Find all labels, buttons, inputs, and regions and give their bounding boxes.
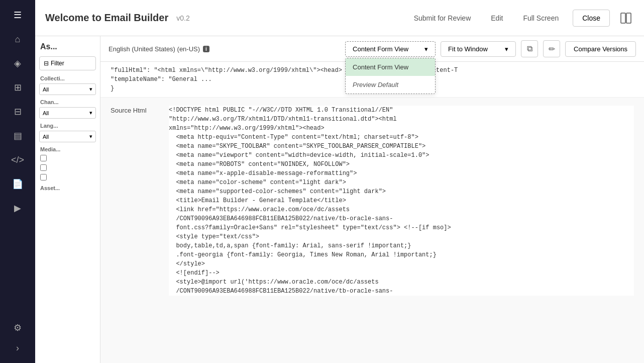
- collection-label: Collecti...: [35, 72, 100, 82]
- app-version: v0.2: [176, 14, 189, 22]
- left-panel: As... ⊟ Filter Collecti... All ▾ Chan...…: [35, 36, 100, 363]
- fullscreen-button[interactable]: Full Screen: [517, 11, 565, 25]
- code-line: <title>Email Builder - General Template<…: [169, 196, 634, 205]
- source-html-label: Source Html: [111, 106, 161, 296]
- code-line: <meta name="viewport" content="width=dev…: [169, 151, 634, 160]
- media-checkbox-2[interactable]: [35, 163, 100, 172]
- svg-rect-0: [621, 13, 625, 23]
- collection-value: All: [43, 86, 49, 93]
- close-button[interactable]: Close: [573, 10, 610, 27]
- code-icon[interactable]: </>: [8, 150, 28, 170]
- compare-versions-button[interactable]: Compare Versions: [565, 41, 636, 57]
- code-line: <meta name="color-scheme" content="light…: [169, 178, 634, 187]
- view-dropdown-menu: Content Form View Preview Default: [345, 58, 436, 94]
- right-panel: English (United States) (en-US) i Conten…: [100, 36, 644, 363]
- source-html-code: <!DOCTYPE html PUBLIC "-//W3C//DTD XHTML…: [169, 106, 634, 296]
- code-line: /CONT90096A93EBA646988FCB11EBA125B022/na…: [169, 287, 634, 296]
- filter-label: Filter: [51, 60, 64, 67]
- checkbox-input-3[interactable]: [40, 174, 47, 180]
- code-line: <link href="https://www.oracle.com/oce/d…: [169, 205, 634, 214]
- chevron-down-icon: ▾: [89, 133, 92, 140]
- edit-icon-button[interactable]: ✏: [543, 40, 560, 57]
- channel-value: All: [43, 110, 49, 116]
- code-line: xmlns="http://www.w3.org/1999/xhtml"><he…: [169, 124, 634, 133]
- menu-icon[interactable]: ☰: [8, 5, 28, 25]
- locale-text: English (United States) (en-US): [109, 45, 200, 53]
- view-dropdown-button[interactable]: Content Form View ▾: [345, 41, 436, 57]
- code-line: </style>: [169, 259, 634, 268]
- language-value: All: [43, 134, 49, 140]
- fit-window-button[interactable]: Fit to Window ▾: [441, 41, 516, 57]
- code-line: font.css?family=Oracle+Sans" rel="styles…: [169, 223, 634, 232]
- code-line: body,table,td,a,span {font-family: Arial…: [169, 241, 634, 250]
- pencil-icon: ✏: [549, 44, 555, 54]
- code-line: <style type="text/css">: [169, 232, 634, 241]
- expand-icon[interactable]: ›: [8, 338, 28, 358]
- top-header: Welcome to Email Builder v0.2 Submit for…: [35, 0, 644, 36]
- chevron-down-icon: ▾: [89, 86, 92, 93]
- panel-title: As...: [35, 36, 100, 54]
- code-line: <meta name="supported-color-schemes" con…: [169, 187, 634, 196]
- code-line: <![endif]-->: [169, 268, 634, 278]
- info-badge: i: [203, 46, 209, 52]
- cube-icon[interactable]: ◈: [8, 53, 28, 73]
- asset-label: Asset...: [35, 182, 100, 192]
- code-line: <meta name="SKYPE_TOOLBAR" content="SKYP…: [169, 142, 634, 151]
- edit-button[interactable]: Edit: [485, 11, 509, 25]
- channel-label: Chan...: [35, 96, 100, 106]
- checkbox-input-1[interactable]: [40, 155, 47, 161]
- code-line: <style>@import url('https://www.oracle.c…: [169, 278, 634, 287]
- collection-dropdown[interactable]: All ▾: [39, 83, 96, 95]
- code-line: "http://www.w3.org/TR/xhtml1/DTD/xhtml1-…: [169, 115, 634, 124]
- submit-for-review-button[interactable]: Submit for Review: [408, 11, 477, 25]
- code-line: <meta name="ROBOTS" content="NOINDEX, NO…: [169, 160, 634, 169]
- chevron-down-icon: ▾: [424, 45, 428, 53]
- copy-icon: ⧉: [527, 44, 532, 53]
- code-line: <!DOCTYPE html PUBLIC "-//W3C//DTD XHTML…: [169, 106, 634, 115]
- language-label: Lang...: [35, 120, 100, 130]
- code-line: /CONT90096A93EBA646988FCB11EBA125B022/na…: [169, 214, 634, 223]
- toolbar: English (United States) (en-US) i Conten…: [100, 36, 644, 62]
- locale-display: English (United States) (en-US) i: [109, 45, 209, 53]
- fit-window-label: Fit to Window: [448, 45, 488, 53]
- filter-icon: ⊟: [44, 60, 49, 67]
- copy-button[interactable]: ⧉: [521, 40, 538, 57]
- media-checkbox-3[interactable]: [35, 172, 100, 182]
- checkbox-input-2[interactable]: [40, 164, 47, 171]
- app-title: Welcome to Email Builder: [45, 12, 168, 24]
- media-label: Media...: [35, 143, 100, 153]
- gear-icon[interactable]: ⚙: [8, 318, 28, 338]
- split-view-icon[interactable]: [618, 10, 634, 26]
- view-option-preview-default[interactable]: Preview Default: [346, 76, 435, 94]
- chevron-down-icon: ▾: [505, 45, 508, 53]
- view-dropdown-selected: Content Form View: [353, 45, 408, 53]
- view-option-content-form[interactable]: Content Form View: [346, 58, 435, 76]
- grid-icon[interactable]: ⊟: [8, 102, 28, 122]
- table-icon[interactable]: ⊞: [8, 77, 28, 98]
- svg-rect-1: [626, 13, 631, 23]
- code-line: <meta http-equiv="Content-Type" content=…: [169, 133, 634, 142]
- filter-button[interactable]: ⊟ Filter: [39, 56, 96, 70]
- view-dropdown[interactable]: Content Form View ▾ Content Form View Pr…: [345, 41, 436, 57]
- content-area: Source Html <!DOCTYPE html PUBLIC "-//W3…: [100, 98, 644, 363]
- sidebar: ☰ ⌂ ◈ ⊞ ⊟ ▤ </> 📄 ▶ ⚙ ›: [0, 0, 35, 363]
- chart-icon[interactable]: ▤: [8, 126, 28, 146]
- chevron-down-icon: ▾: [89, 110, 92, 116]
- code-line: <meta name="x-apple-disable-message-refo…: [169, 169, 634, 178]
- media-checkbox-1[interactable]: [35, 153, 100, 163]
- code-line: .font-georgia {font-family: Georgia, Tim…: [169, 250, 634, 259]
- body-layout: As... ⊟ Filter Collecti... All ▾ Chan...…: [35, 36, 644, 363]
- document-icon[interactable]: 📄: [8, 174, 28, 194]
- main-container: Welcome to Email Builder v0.2 Submit for…: [35, 0, 644, 363]
- media-icon[interactable]: ▶: [8, 198, 28, 218]
- channel-dropdown[interactable]: All ▾: [39, 107, 96, 119]
- home-icon[interactable]: ⌂: [8, 29, 28, 49]
- source-html-container: Source Html <!DOCTYPE html PUBLIC "-//W3…: [111, 106, 634, 296]
- language-dropdown[interactable]: All ▾: [39, 131, 96, 142]
